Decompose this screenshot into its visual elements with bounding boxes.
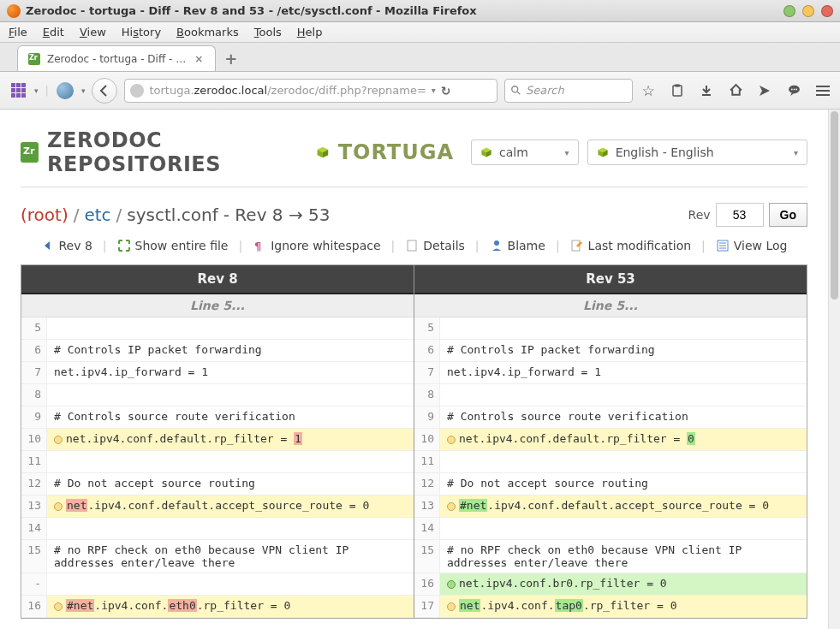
send-icon[interactable] <box>756 82 773 99</box>
url-bar[interactable]: tortuga.zerodoc.local/zerodoc/diff.php?r… <box>124 79 497 103</box>
diff-row: 5 <box>414 317 807 340</box>
menu-edit[interactable]: Edit <box>43 26 64 39</box>
window-buttons <box>783 5 833 17</box>
action-rev8[interactable]: Rev 8 <box>40 239 92 252</box>
line-number: 17 <box>414 596 440 617</box>
diff-row: 14 <box>21 518 414 540</box>
menu-tools[interactable]: Tools <box>254 26 282 39</box>
scrollbar-thumb[interactable] <box>831 111 838 300</box>
line-number: 9 <box>414 406 440 428</box>
action-show-entire-file[interactable]: Show entire file <box>117 239 229 252</box>
diff-row: 17net.ipv4.conf.tap0.rp_filter = 0 <box>414 596 807 618</box>
code-cell <box>47 384 414 406</box>
svg-point-7 <box>795 89 797 91</box>
menu-help[interactable]: Help <box>297 26 323 39</box>
close-button[interactable] <box>821 5 833 17</box>
rev-input[interactable] <box>716 203 764 227</box>
diff-row: 13net.ipv4.conf.default.accept_source_ro… <box>21 495 414 518</box>
tabbar: Zerodoc - tortuga - Diff - … × + <box>0 43 840 72</box>
globe-dropdown-icon[interactable]: ▾ <box>81 86 86 95</box>
scrollbar[interactable] <box>828 110 840 629</box>
line-number: 5 <box>414 317 440 339</box>
go-button[interactable]: Go <box>769 203 807 227</box>
globe-icon[interactable] <box>56 81 74 100</box>
diff-right-line-header: Line 5... <box>414 294 807 317</box>
line-number: 14 <box>414 518 440 539</box>
line-number: 15 <box>414 540 440 573</box>
svg-line-1 <box>517 91 521 94</box>
action-details[interactable]: Details <box>405 239 465 252</box>
line-number: 16 <box>414 573 440 595</box>
svg-rect-3 <box>675 84 680 86</box>
search-bar[interactable]: Search <box>504 79 633 103</box>
expand-icon <box>117 239 131 252</box>
line-number: 11 <box>21 451 47 472</box>
diff-right-header: Rev 53 <box>414 265 807 294</box>
diff-table: Rev 8 Line 5... 56# Controls IP packet f… <box>21 264 807 619</box>
minimize-button[interactable] <box>783 5 795 17</box>
action-view-log[interactable]: View Log <box>716 239 788 252</box>
code-cell: net.ipv4.ip_forward = 1 <box>440 362 807 383</box>
language-select[interactable]: English - English ▾ <box>587 139 807 165</box>
apps-dropdown-icon[interactable]: ▾ <box>34 86 39 95</box>
svg-point-0 <box>512 86 518 92</box>
line-number: 8 <box>21 384 47 406</box>
clipboard-icon[interactable] <box>669 82 686 99</box>
triangle-left-icon <box>40 239 54 252</box>
breadcrumb-root[interactable]: (root) <box>21 205 69 225</box>
line-number: 13 <box>21 495 47 517</box>
svg-point-5 <box>790 89 792 91</box>
code-cell <box>47 518 414 539</box>
code-cell: # Controls IP packet forwarding <box>440 340 807 361</box>
diff-right-pane: Rev 53 Line 5... 56# Controls IP packet … <box>414 265 807 618</box>
line-number: 6 <box>21 340 47 361</box>
search-icon <box>510 85 522 97</box>
code-cell: # no RPF check on eth0 because VPN clien… <box>440 540 807 573</box>
apps-grid-icon[interactable] <box>9 81 27 100</box>
diff-row: 14 <box>414 518 807 540</box>
line-number: 7 <box>21 362 47 383</box>
menu-view[interactable]: View <box>80 26 106 39</box>
downloads-icon[interactable] <box>698 82 715 99</box>
rev-label: Rev <box>688 208 711 222</box>
home-icon[interactable] <box>727 82 744 99</box>
toolbar-icons: ☆ <box>640 82 831 99</box>
diff-row: 10net.ipv4.conf.default.rp_filter = 0 <box>414 429 807 451</box>
chat-icon[interactable] <box>785 82 802 99</box>
reload-icon[interactable]: ↻ <box>441 84 451 98</box>
menu-file[interactable]: File <box>9 26 27 39</box>
action-last-modification[interactable]: Last modification <box>570 239 692 252</box>
diff-row: 8 <box>414 384 807 406</box>
diff-row: 12# Do not accept source routing <box>414 473 807 495</box>
line-number: 11 <box>414 451 440 472</box>
window-title: Zerodoc - tortuga - Diff - Rev 8 and 53 … <box>26 4 783 17</box>
breadcrumb-file[interactable]: sysctl.conf <box>127 205 217 225</box>
menu-history[interactable]: History <box>122 26 161 39</box>
line-number: 16 <box>21 596 47 617</box>
hamburger-menu-icon[interactable] <box>814 82 831 99</box>
repo-subtitle: TORTUGA <box>338 140 454 164</box>
firefox-icon <box>7 4 21 18</box>
menubar: File Edit View History Bookmarks Tools H… <box>0 22 840 43</box>
tab-close-icon[interactable]: × <box>193 53 205 65</box>
action-blame[interactable]: Blame <box>490 239 545 252</box>
svg-point-6 <box>793 89 795 91</box>
new-tab-button[interactable]: + <box>224 50 237 71</box>
bookmark-star-icon[interactable]: ☆ <box>640 82 657 99</box>
identity-icon[interactable] <box>130 84 144 98</box>
line-number: 8 <box>414 384 440 406</box>
maximize-button[interactable] <box>802 5 814 17</box>
action-bar: Rev 8 | Show entire file | ¶ Ignore whit… <box>21 239 807 252</box>
repo-title: ZERODOC REPOSITORIES <box>47 128 307 176</box>
action-ignore-whitespace[interactable]: ¶ Ignore whitespace <box>253 239 380 252</box>
breadcrumb-etc[interactable]: etc <box>84 205 110 225</box>
theme-select[interactable]: calm ▾ <box>471 139 579 165</box>
browser-tab[interactable]: Zerodoc - tortuga - Diff - … × <box>17 45 216 71</box>
code-cell: # Controls source route verification <box>440 406 807 428</box>
diff-left-line-header: Line 5... <box>21 294 414 317</box>
back-button[interactable] <box>92 78 117 104</box>
url-dropdown-icon[interactable]: ▾ <box>432 86 436 95</box>
code-cell: net.ipv4.conf.default.accept_source_rout… <box>47 495 414 517</box>
line-number: 10 <box>21 429 47 450</box>
menu-bookmarks[interactable]: Bookmarks <box>176 26 239 39</box>
